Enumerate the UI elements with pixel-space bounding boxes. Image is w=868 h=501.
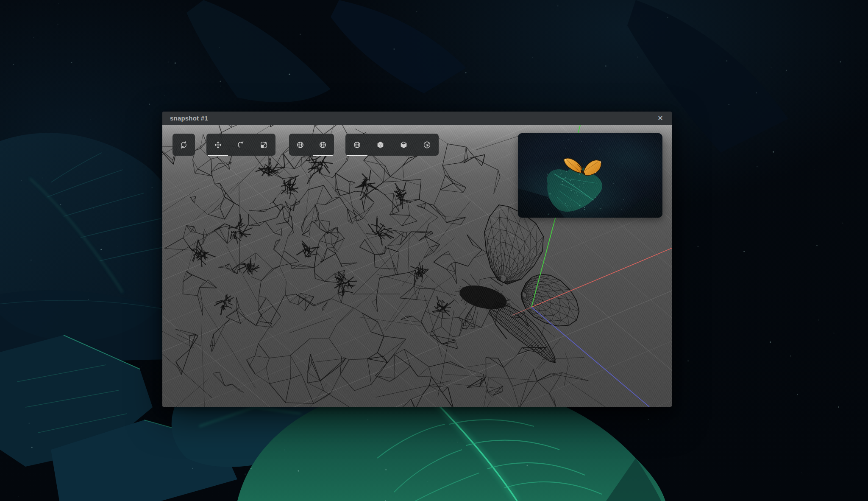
move-icon [214, 140, 223, 149]
textured-mode-button[interactable] [415, 134, 439, 156]
rotate-icon [236, 140, 245, 149]
globe-icon [296, 140, 305, 149]
render-preview-thumbnail[interactable] [518, 133, 662, 218]
world-space-button[interactable] [289, 134, 312, 156]
window-title: snapshot #1 [170, 115, 208, 122]
toolbar-group-space [289, 134, 334, 156]
cube-shaded-icon [399, 140, 408, 149]
desktop-background: snapshot #1 ✕ [0, 0, 868, 501]
scale-tool-button[interactable] [253, 134, 275, 156]
globe-icon [318, 140, 327, 149]
cube-textured-icon [423, 140, 431, 149]
render-preview-art [518, 133, 662, 218]
solid-mode-button[interactable] [369, 134, 392, 156]
wireframe-mode-button[interactable] [345, 134, 369, 156]
shaded-mode-button[interactable] [392, 134, 415, 156]
globe-icon [353, 140, 362, 149]
move-tool-button[interactable] [206, 134, 229, 156]
object-space-button[interactable] [312, 134, 334, 156]
rotate-tool-button[interactable] [229, 134, 252, 156]
toolbar-group-display-mode [345, 134, 439, 156]
close-button[interactable]: ✕ [655, 113, 666, 124]
window-titlebar[interactable]: snapshot #1 ✕ [162, 112, 672, 125]
orbit-reset-icon [179, 140, 188, 149]
close-icon: ✕ [657, 115, 663, 122]
orbit-reset-button[interactable] [172, 134, 195, 156]
cube-solid-icon [376, 140, 385, 149]
toolbar-group-view-reset [172, 134, 195, 156]
toolbar-group-transform [206, 134, 275, 156]
scale-icon [259, 140, 268, 149]
snapshot-window: snapshot #1 ✕ [162, 112, 672, 407]
viewport-3d[interactable] [162, 125, 672, 407]
